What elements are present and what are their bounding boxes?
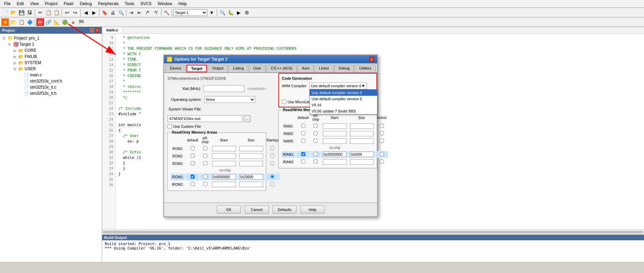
ram2-default-cb[interactable]: [301, 131, 305, 135]
ram1-start-input[interactable]: [323, 123, 347, 129]
ram2-noinit-cb[interactable]: [380, 131, 384, 135]
dialog-tab-utilities[interactable]: Utilities: [355, 65, 375, 72]
save-btn[interactable]: 💾: [18, 9, 25, 16]
settings-btn[interactable]: ⚙: [243, 9, 251, 16]
xtal-input[interactable]: [204, 85, 244, 92]
compiler-option-3[interactable]: V5.06 update 7 (build 960): [310, 108, 377, 114]
dialog-tab-user[interactable]: User: [249, 65, 265, 72]
ram1-default-cb[interactable]: [301, 124, 305, 128]
iram2-start-input[interactable]: [323, 159, 347, 165]
dialog-tab-cpp[interactable]: C/C++ (AC6): [267, 65, 297, 72]
toolbar2-btn9[interactable]: 🔺: [69, 18, 77, 26]
use-custom-cb[interactable]: [167, 124, 172, 128]
iram1-default-cb[interactable]: [301, 152, 305, 156]
cut-btn[interactable]: ✂: [36, 9, 44, 16]
ram1-noinit-cb[interactable]: [380, 124, 384, 128]
rom3-startup-rb[interactable]: [270, 161, 274, 165]
paste-btn[interactable]: 📋: [53, 9, 60, 16]
bookmark-btn[interactable]: 🔖: [101, 9, 108, 16]
menu-debug[interactable]: Debug: [77, 1, 95, 7]
toolbar2-btn3[interactable]: 📋: [18, 18, 25, 26]
dialog-tab-asm[interactable]: Asm: [297, 65, 314, 72]
new-file-btn[interactable]: 📄: [1, 9, 9, 16]
dialog-tab-linker[interactable]: Linker: [315, 65, 334, 72]
ram3-start-input[interactable]: [323, 138, 347, 144]
redo-btn[interactable]: ↪: [71, 9, 79, 16]
iram1-noinit-cb[interactable]: [380, 152, 384, 156]
editor-tab-main[interactable]: main.c: [102, 27, 123, 33]
help-btn[interactable]: Help: [301, 206, 324, 214]
irom1-default-cb[interactable]: [191, 175, 195, 179]
compiler-select-display[interactable]: Use default compiler version 6 ▼: [309, 82, 367, 89]
dialog-tab-output[interactable]: Output: [208, 65, 228, 72]
ram3-default-cb[interactable]: [301, 139, 305, 143]
menu-help[interactable]: Help: [176, 1, 190, 7]
tree-folder-fwlib[interactable]: ▷ 📂 FWLIB: [12, 54, 100, 60]
rom1-default-cb[interactable]: [191, 146, 195, 150]
tree-file-it-c[interactable]: 📄 stm32f10x_it.c: [18, 84, 100, 90]
irom1-startup-rb[interactable]: [270, 175, 274, 179]
rom2-startup-rb[interactable]: [270, 154, 274, 158]
irom1-size-input[interactable]: [239, 174, 263, 180]
bottom-scrollbar[interactable]: [102, 229, 644, 234]
irom2-size-input[interactable]: [239, 182, 263, 187]
indent-btn[interactable]: ⇥: [128, 9, 135, 16]
compiler-option-0[interactable]: Use default compiler version 6: [310, 90, 377, 96]
ok-btn[interactable]: OK: [217, 206, 241, 214]
toolbar2-btn6[interactable]: 🔗: [45, 18, 52, 26]
ram2-size-input[interactable]: [350, 131, 374, 136]
toolbar2-btn8[interactable]: 🟢: [61, 18, 68, 26]
toolbar2-btn7[interactable]: 📐: [53, 18, 60, 26]
save-all-btn[interactable]: 🖫: [26, 9, 33, 16]
iram2-size-input[interactable]: [350, 159, 374, 165]
irom2-startup-rb[interactable]: [270, 182, 274, 186]
rom2-offchip-cb[interactable]: [203, 154, 207, 158]
rom1-offchip-cb[interactable]: [203, 146, 207, 150]
rom3-offchip-cb[interactable]: [203, 161, 207, 165]
irom2-start-input[interactable]: [212, 182, 236, 187]
tree-file-conf[interactable]: 📄 stm32f10x_conf.h: [18, 78, 100, 84]
microlib-cb[interactable]: [282, 100, 286, 104]
open-btn[interactable]: 📂: [10, 9, 17, 16]
dialog-close-btn[interactable]: ×: [369, 57, 374, 62]
defaults-btn[interactable]: Defaults: [273, 206, 296, 214]
menu-svcs[interactable]: SVCS: [138, 1, 155, 7]
tree-folder-user[interactable]: ▽ 📂 USER: [12, 66, 100, 72]
rom1-start-input[interactable]: [212, 146, 236, 151]
irom2-default-cb[interactable]: [191, 182, 195, 186]
rom1-startup-rb[interactable]: [270, 146, 274, 150]
svd-browse-btn[interactable]: ...: [244, 115, 251, 122]
debug-btn2[interactable]: 🐛: [227, 9, 234, 16]
irom2-offchip-cb[interactable]: [203, 182, 207, 186]
menu-tools[interactable]: Tools: [122, 1, 137, 7]
dialog-tab-target[interactable]: Target: [187, 65, 207, 72]
copy-btn[interactable]: 📋: [45, 9, 52, 16]
find-btn[interactable]: 🔍: [117, 9, 125, 16]
rom1-size-input[interactable]: [239, 146, 263, 151]
toolbar2-btn1[interactable]: ⚡: [1, 18, 9, 26]
comment-btn[interactable]: /*: [144, 9, 151, 16]
undo-btn[interactable]: ↩: [63, 9, 71, 16]
run-btn[interactable]: ▶: [235, 9, 242, 16]
ram3-noinit-cb[interactable]: [380, 139, 384, 143]
tree-target[interactable]: ▽ 🎯 Target 1: [7, 41, 100, 47]
iram2-offchip-cb[interactable]: [313, 160, 318, 164]
project-pin-btn[interactable]: 📌: [90, 28, 94, 33]
ram2-start-input[interactable]: [323, 131, 347, 136]
menu-flash[interactable]: Flash: [61, 1, 76, 7]
rom2-start-input[interactable]: [212, 153, 236, 159]
build-btn[interactable]: 🔨: [163, 9, 170, 16]
irom1-offchip-cb[interactable]: [203, 175, 207, 179]
irom1-start-input[interactable]: [212, 174, 236, 180]
iram1-offchip-cb[interactable]: [313, 152, 318, 156]
dialog-tab-debug[interactable]: Debug: [334, 65, 354, 72]
print-btn[interactable]: 🖨: [109, 9, 116, 16]
tree-folder-system[interactable]: ▷ 📂 SYSTEM: [12, 60, 100, 66]
ram1-offchip-cb[interactable]: [313, 124, 318, 128]
compiler-option-2[interactable]: V6.16: [310, 102, 377, 108]
menu-file[interactable]: File: [1, 1, 13, 7]
dialog-tab-device[interactable]: Device: [165, 65, 186, 72]
fwd-btn[interactable]: ▶: [90, 9, 98, 16]
outdent-btn[interactable]: ⇤: [136, 9, 143, 16]
compiler-option-1[interactable]: Use default compiler version 5: [310, 96, 377, 102]
